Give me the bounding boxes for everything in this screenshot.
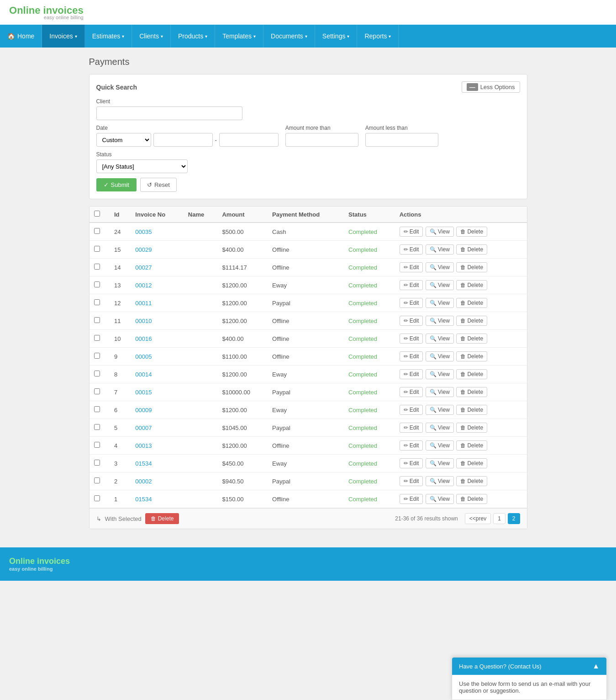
edit-button[interactable]: ✏ Edit xyxy=(400,440,423,451)
delete-button[interactable]: 🗑 Delete xyxy=(456,369,487,379)
delete-button[interactable]: 🗑 Delete xyxy=(456,494,487,504)
delete-button[interactable]: 🗑 Delete xyxy=(456,244,487,255)
delete-button[interactable]: 🗑 Delete xyxy=(456,262,487,272)
view-button[interactable]: 🔍 View xyxy=(426,316,454,326)
view-button[interactable]: 🔍 View xyxy=(426,280,454,290)
edit-button[interactable]: ✏ Edit xyxy=(400,458,423,468)
edit-button[interactable]: ✏ Edit xyxy=(400,369,423,379)
amount-more-input[interactable] xyxy=(285,133,358,147)
row-select-checkbox[interactable] xyxy=(94,388,100,394)
row-select-checkbox[interactable] xyxy=(94,317,100,323)
status-select[interactable]: [Any Status] Completed Pending Failed xyxy=(96,159,188,173)
amount-less-input[interactable] xyxy=(365,133,438,147)
row-select-checkbox[interactable] xyxy=(94,353,100,359)
edit-button[interactable]: ✏ Edit xyxy=(400,280,423,290)
nav-templates[interactable]: Templates ▾ xyxy=(215,25,263,48)
row-select-checkbox[interactable] xyxy=(94,371,100,377)
less-options-button[interactable]: — Less Options xyxy=(462,81,520,93)
bulk-delete-button[interactable]: 🗑 Delete xyxy=(145,513,179,524)
row-select-checkbox[interactable] xyxy=(94,442,100,448)
invoice-link[interactable]: 00027 xyxy=(135,264,152,271)
view-button[interactable]: 🔍 View xyxy=(426,298,454,308)
date-from-input[interactable] xyxy=(153,133,213,147)
nav-settings[interactable]: Settings ▾ xyxy=(315,25,358,48)
select-all-checkbox[interactable] xyxy=(94,211,100,217)
edit-button[interactable]: ✏ Edit xyxy=(400,334,423,344)
invoice-link[interactable]: 00011 xyxy=(135,300,152,307)
invoice-link[interactable]: 01534 xyxy=(135,496,152,503)
delete-button[interactable]: 🗑 Delete xyxy=(456,476,487,486)
invoice-link[interactable]: 00007 xyxy=(135,424,152,431)
delete-button[interactable]: 🗑 Delete xyxy=(456,280,487,290)
row-select-checkbox[interactable] xyxy=(94,228,100,234)
edit-button[interactable]: ✏ Edit xyxy=(400,387,423,397)
view-button[interactable]: 🔍 View xyxy=(426,440,454,451)
delete-button[interactable]: 🗑 Delete xyxy=(456,387,487,397)
delete-button[interactable]: 🗑 Delete xyxy=(456,440,487,451)
view-button[interactable]: 🔍 View xyxy=(426,227,454,237)
nav-documents[interactable]: Documents ▾ xyxy=(263,25,315,48)
submit-button[interactable]: ✓ Submit xyxy=(96,178,137,191)
edit-button[interactable]: ✏ Edit xyxy=(400,244,423,255)
invoice-link[interactable]: 00013 xyxy=(135,442,152,449)
date-to-input[interactable] xyxy=(219,133,279,147)
edit-button[interactable]: ✏ Edit xyxy=(400,351,423,361)
row-select-checkbox[interactable] xyxy=(94,495,100,501)
reset-button[interactable]: ↺ Reset xyxy=(140,178,177,192)
client-input[interactable] xyxy=(96,106,242,120)
view-button[interactable]: 🔍 View xyxy=(426,351,454,361)
invoice-link[interactable]: 00029 xyxy=(135,246,152,253)
row-select-checkbox[interactable] xyxy=(94,246,100,252)
nav-estimates[interactable]: Estimates ▾ xyxy=(85,25,132,48)
view-button[interactable]: 🔍 View xyxy=(426,476,454,486)
edit-button[interactable]: ✏ Edit xyxy=(400,262,423,272)
nav-invoices[interactable]: Invoices ▾ xyxy=(42,25,84,48)
delete-button[interactable]: 🗑 Delete xyxy=(456,227,487,237)
page-1-button[interactable]: 1 xyxy=(493,513,505,524)
nav-clients[interactable]: Clients ▾ xyxy=(132,25,171,48)
nav-home[interactable]: 🏠 Home xyxy=(0,25,42,48)
edit-button[interactable]: ✏ Edit xyxy=(400,476,423,486)
invoice-link[interactable]: 00035 xyxy=(135,228,152,235)
row-select-checkbox[interactable] xyxy=(94,335,100,341)
row-select-checkbox[interactable] xyxy=(94,299,100,305)
nav-reports[interactable]: Reports ▾ xyxy=(357,25,399,48)
row-select-checkbox[interactable] xyxy=(94,460,100,466)
row-select-checkbox[interactable] xyxy=(94,264,100,270)
view-button[interactable]: 🔍 View xyxy=(426,244,454,255)
view-button[interactable]: 🔍 View xyxy=(426,334,454,344)
invoice-link[interactable]: 01534 xyxy=(135,460,152,467)
edit-button[interactable]: ✏ Edit xyxy=(400,227,423,237)
view-button[interactable]: 🔍 View xyxy=(426,369,454,379)
invoice-link[interactable]: 00014 xyxy=(135,371,152,378)
view-button[interactable]: 🔍 View xyxy=(426,387,454,397)
view-button[interactable]: 🔍 View xyxy=(426,423,454,433)
page-2-button[interactable]: 2 xyxy=(508,513,520,524)
delete-button[interactable]: 🗑 Delete xyxy=(456,351,487,361)
delete-button[interactable]: 🗑 Delete xyxy=(456,458,487,468)
delete-button[interactable]: 🗑 Delete xyxy=(456,423,487,433)
invoice-link[interactable]: 00002 xyxy=(135,478,152,485)
invoice-link[interactable]: 00009 xyxy=(135,407,152,414)
delete-button[interactable]: 🗑 Delete xyxy=(456,405,487,415)
row-select-checkbox[interactable] xyxy=(94,281,100,287)
view-button[interactable]: 🔍 View xyxy=(426,458,454,468)
edit-button[interactable]: ✏ Edit xyxy=(400,494,423,504)
edit-button[interactable]: ✏ Edit xyxy=(400,298,423,308)
invoice-link[interactable]: 00010 xyxy=(135,318,152,324)
delete-button[interactable]: 🗑 Delete xyxy=(456,316,487,326)
edit-button[interactable]: ✏ Edit xyxy=(400,316,423,326)
edit-button[interactable]: ✏ Edit xyxy=(400,405,423,415)
invoice-link[interactable]: 00005 xyxy=(135,353,152,360)
invoice-link[interactable]: 00016 xyxy=(135,335,152,342)
delete-button[interactable]: 🗑 Delete xyxy=(456,298,487,308)
delete-button[interactable]: 🗑 Delete xyxy=(456,334,487,344)
view-button[interactable]: 🔍 View xyxy=(426,405,454,415)
nav-products[interactable]: Products ▾ xyxy=(171,25,215,48)
view-button[interactable]: 🔍 View xyxy=(426,262,454,272)
row-select-checkbox[interactable] xyxy=(94,477,100,483)
invoice-link[interactable]: 00012 xyxy=(135,282,152,289)
row-select-checkbox[interactable] xyxy=(94,406,100,412)
row-select-checkbox[interactable] xyxy=(94,424,100,430)
invoice-link[interactable]: 00015 xyxy=(135,389,152,396)
